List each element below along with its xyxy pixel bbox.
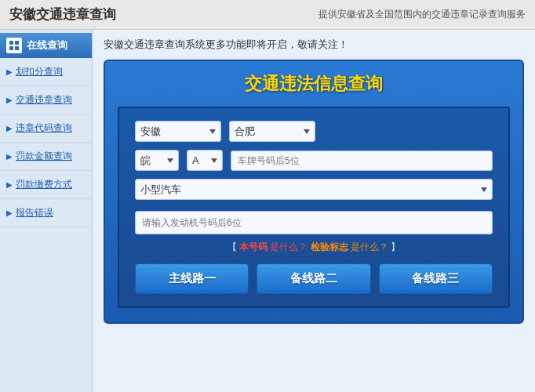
sidebar-item-fajinfangshi[interactable]: ▶ 罚款缴费方式 bbox=[0, 171, 92, 199]
arrow-icon: ▶ bbox=[6, 96, 13, 104]
content-area: 安徽交通违章查询系统更多功能即将开启，敬请关注！ 交通违法信息查询 安徽 北京 … bbox=[93, 30, 535, 392]
sidebar-item-label: 交通违章查询 bbox=[16, 93, 72, 107]
arrow-icon: ▶ bbox=[6, 124, 13, 132]
cartype-select[interactable]: 小型汽车 大型汽车 摩托车 bbox=[135, 179, 493, 200]
province-city-row: 安徽 北京 上海 广东 合肥 芜湖 蚌埠 bbox=[135, 121, 493, 142]
arrow-icon: ▶ bbox=[6, 209, 13, 217]
notice-text: 安徽交通违章查询系统更多功能即将开启，敬请关注！ bbox=[104, 38, 524, 52]
button-row: 主线路一 备线路二 备线路三 bbox=[135, 263, 493, 294]
app-subtitle: 提供安徽省及全国范围内的交通违章记录查询服务 bbox=[318, 8, 526, 21]
sidebar-item-jiaotong[interactable]: ▶ 交通违章查询 bbox=[0, 86, 92, 114]
hint-link-engine[interactable]: 检验标志 bbox=[311, 241, 348, 252]
sidebar-item-daima[interactable]: ▶ 违章代码查询 bbox=[0, 114, 92, 143]
svg-rect-3 bbox=[15, 46, 19, 50]
plate-prefix2-select[interactable]: A B C D E F bbox=[187, 150, 223, 171]
hint-row: 【 本号码 是什么？ 检验标志 是什么？ 】 bbox=[135, 241, 493, 254]
sidebar-item-baogao[interactable]: ▶ 报告错误 bbox=[0, 199, 92, 227]
hint-bracket-open: 【 bbox=[227, 241, 237, 252]
hint-is2[interactable]: 是什么？ bbox=[351, 241, 388, 252]
province-select[interactable]: 安徽 北京 上海 广东 bbox=[135, 121, 221, 142]
sidebar-item-label: 违章代码查询 bbox=[16, 122, 72, 135]
app-title: 安徽交通违章查询 bbox=[9, 5, 116, 24]
app-header: 安徽交通违章查询 提供安徽省及全国范围内的交通违章记录查询服务 bbox=[0, 0, 535, 30]
sidebar-item-label: 划扣分查询 bbox=[16, 65, 63, 78]
city-select[interactable]: 合肥 芜湖 蚌埠 bbox=[229, 121, 315, 142]
inner-panel: 安徽 北京 上海 广东 合肥 芜湖 蚌埠 皖 京 bbox=[118, 107, 510, 308]
sidebar-header-label: 在线查询 bbox=[27, 38, 67, 53]
plate-number-input[interactable] bbox=[231, 151, 493, 171]
hint-link-plate[interactable]: 本号码 bbox=[239, 241, 268, 252]
sidebar-header: 在线查询 bbox=[0, 33, 92, 58]
cartype-row: 小型汽车 大型汽车 摩托车 bbox=[135, 179, 493, 200]
svg-rect-2 bbox=[9, 46, 13, 50]
arrow-icon: ▶ bbox=[6, 180, 13, 189]
sidebar-logo-icon bbox=[6, 38, 22, 53]
arrow-icon: ▶ bbox=[6, 152, 13, 161]
svg-rect-1 bbox=[15, 41, 19, 45]
sidebar-item-label: 罚款缴费方式 bbox=[16, 178, 72, 191]
sidebar-item-label: 罚款金额查询 bbox=[16, 150, 72, 163]
backup-route3-button[interactable]: 备线路三 bbox=[379, 263, 493, 294]
query-box: 交通违法信息查询 安徽 北京 上海 广东 合肥 芜湖 蚌埠 bbox=[104, 60, 524, 324]
backup-route2-button[interactable]: 备线路二 bbox=[257, 263, 370, 294]
plate-row: 皖 京 沪 A B C D E F bbox=[135, 150, 493, 171]
main-layout: 在线查询 ▶ 划扣分查询 ▶ 交通违章查询 ▶ 违章代码查询 ▶ 罚款金额查询 … bbox=[0, 30, 535, 392]
hint-bracket-close: 】 bbox=[391, 241, 400, 252]
svg-rect-0 bbox=[9, 41, 13, 45]
sidebar-item-label: 报告错误 bbox=[16, 206, 53, 220]
main-route-button[interactable]: 主线路一 bbox=[135, 263, 249, 294]
engine-number-input[interactable] bbox=[135, 211, 493, 234]
plate-prefix1-select[interactable]: 皖 京 沪 bbox=[135, 150, 179, 171]
sidebar-item-jifencha[interactable]: ▶ 划扣分查询 bbox=[0, 58, 92, 86]
arrow-icon: ▶ bbox=[6, 67, 13, 76]
hint-is1[interactable]: 是什么？ bbox=[270, 241, 308, 252]
sidebar-item-fajin[interactable]: ▶ 罚款金额查询 bbox=[0, 143, 92, 171]
query-title: 交通违法信息查询 bbox=[118, 72, 510, 96]
sidebar: 在线查询 ▶ 划扣分查询 ▶ 交通违章查询 ▶ 违章代码查询 ▶ 罚款金额查询 … bbox=[0, 30, 93, 392]
